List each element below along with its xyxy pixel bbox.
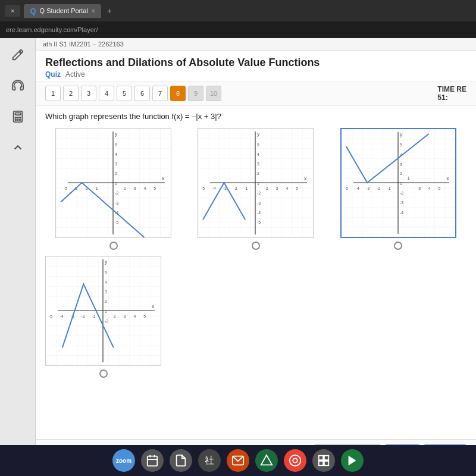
new-tab-button[interactable]: +: [107, 6, 112, 15]
graph-container-4[interactable]: x y -5 -4 -3 -2 -1 2 3 4 5 5 4: [45, 256, 161, 366]
svg-text:x: x: [162, 176, 165, 181]
taskbar-zoom-icon[interactable]: zoom: [112, 449, 135, 472]
zoom-label: zoom: [116, 458, 131, 464]
nav-btn-1[interactable]: 1: [45, 86, 61, 101]
svg-point-6: [17, 120, 18, 121]
radio-option-2[interactable]: [252, 242, 260, 250]
nav-btn-5[interactable]: 5: [117, 86, 132, 101]
svg-text:-1: -1: [92, 314, 95, 318]
sidebar-headphones-icon[interactable]: [7, 75, 29, 96]
svg-text:-2: -2: [81, 314, 84, 318]
svg-text:-4: -4: [400, 211, 403, 215]
graph-svg-2: x y -5 -4 -3 -2 -1 2 3 4 5 5 4: [198, 129, 313, 237]
svg-text:3: 3: [400, 162, 402, 167]
taskbar-files-icon[interactable]: [170, 449, 192, 472]
svg-text:2: 2: [124, 186, 126, 190]
graph-svg-4: x y -5 -4 -3 -2 -1 2 3 4 5 5 4: [46, 256, 161, 365]
svg-text:3: 3: [257, 162, 259, 166]
nav-btn-10[interactable]: 10: [206, 86, 221, 101]
svg-text:-2: -2: [257, 191, 261, 195]
svg-rect-110: [324, 461, 328, 465]
quiz-header: Reflections and Dilations of Absolute Va…: [36, 51, 476, 82]
nav-btn-7[interactable]: 7: [152, 86, 168, 101]
taskbar-kanji-icon[interactable]: 社: [198, 449, 221, 472]
tab-label-student-portal: Q Student Portal: [40, 7, 88, 14]
quiz-label: Quiz: [45, 70, 61, 79]
svg-text:-1: -1: [387, 186, 390, 190]
nav-btn-3[interactable]: 3: [81, 86, 96, 101]
svg-point-7: [19, 120, 20, 121]
nav-btn-4[interactable]: 4: [99, 86, 114, 101]
svg-text:4: 4: [105, 280, 107, 284]
svg-text:-2: -2: [377, 186, 380, 190]
svg-text:2: 2: [105, 299, 107, 303]
svg-text:1: 1: [400, 181, 402, 186]
svg-text:3: 3: [124, 314, 126, 318]
svg-text:5: 5: [438, 186, 440, 190]
svg-text:-3: -3: [115, 201, 118, 205]
radio-option-4[interactable]: [99, 369, 108, 378]
svg-text:5: 5: [296, 186, 299, 190]
svg-text:1: 1: [257, 181, 259, 186]
radio-option-1[interactable]: [109, 242, 118, 250]
tab-close-1[interactable]: ×: [5, 5, 20, 17]
svg-text:y: y: [115, 131, 118, 137]
svg-text:4: 4: [257, 152, 259, 156]
question-nav: 1 2 3 4 5 6 7 8 9 10 TIME RE 51:: [36, 82, 476, 106]
address-bar: ere.learn.edgenuity.com/Player/: [0, 21, 476, 38]
svg-text:5: 5: [143, 314, 146, 318]
svg-point-4: [19, 117, 20, 118]
sidebar: [0, 38, 36, 466]
svg-rect-109: [319, 461, 323, 465]
svg-text:2: 2: [257, 171, 259, 176]
svg-text:1: 1: [407, 176, 409, 180]
tab-close-active[interactable]: ×: [92, 8, 95, 14]
svg-point-106: [293, 458, 297, 462]
svg-text:3: 3: [134, 186, 136, 190]
graph-item-1: x y -5 -3 -2 -1 2 3 4 5 5: [45, 128, 181, 250]
nav-btn-8[interactable]: 8: [170, 86, 186, 101]
svg-text:5: 5: [115, 143, 117, 147]
svg-text:y: y: [105, 259, 108, 265]
radio-option-3[interactable]: [394, 242, 402, 250]
graph-container-3[interactable]: x y -5 -4 -3 -2 -1 1 3 4 5 5 4: [340, 128, 456, 238]
svg-point-105: [290, 455, 300, 466]
browser-chrome: × Q Q Student Portal × +: [0, 0, 476, 21]
svg-text:1: 1: [105, 309, 107, 314]
graph-container-1[interactable]: x y -5 -3 -2 -1 2 3 4 5 5: [55, 128, 171, 238]
svg-text:-2: -2: [234, 186, 237, 190]
svg-text:3: 3: [105, 290, 107, 294]
taskbar-play-icon[interactable]: [341, 449, 364, 472]
nav-btn-2[interactable]: 2: [63, 86, 79, 101]
sidebar-calculator-icon[interactable]: [7, 106, 29, 127]
tab-student-portal[interactable]: Q Q Student Portal ×: [24, 4, 101, 18]
svg-text:4: 4: [115, 152, 117, 156]
taskbar-drive-icon[interactable]: [255, 449, 278, 472]
svg-text:x: x: [446, 176, 449, 181]
nav-btn-9[interactable]: 9: [188, 86, 203, 101]
svg-text:4: 4: [286, 186, 289, 190]
svg-text:5: 5: [257, 143, 259, 147]
time-remaining: TIME RE 51:: [437, 85, 466, 102]
sidebar-pencil-icon[interactable]: [7, 44, 29, 65]
svg-text:4: 4: [144, 186, 146, 190]
graph-svg-1: x y -5 -3 -2 -1 2 3 4 5 5: [56, 129, 171, 237]
svg-rect-107: [319, 456, 323, 460]
taskbar-app2-icon[interactable]: [312, 449, 335, 472]
nav-btn-6[interactable]: 6: [134, 86, 150, 101]
taskbar-calendar-icon[interactable]: [141, 449, 164, 472]
svg-text:y: y: [257, 131, 260, 137]
svg-text:-5: -5: [345, 186, 348, 190]
sidebar-up-icon[interactable]: [7, 137, 29, 158]
question-text: Which graph represents the function f(x)…: [45, 112, 466, 121]
content-panel: ath II S1 IM2201 – 2262163 Reflections a…: [36, 38, 476, 466]
svg-text:y: y: [400, 131, 403, 137]
taskbar-chrome-icon[interactable]: [284, 449, 306, 472]
svg-text:-4: -4: [60, 314, 64, 318]
svg-text:-3: -3: [257, 201, 261, 205]
time-label: TIME RE: [437, 85, 466, 93]
taskbar-mail-icon[interactable]: [227, 449, 249, 472]
graph-container-2[interactable]: x y -5 -4 -3 -2 -1 2 3 4 5 5 4: [198, 128, 314, 238]
tab-label-1: ×: [11, 7, 14, 14]
svg-text:5: 5: [105, 271, 107, 275]
